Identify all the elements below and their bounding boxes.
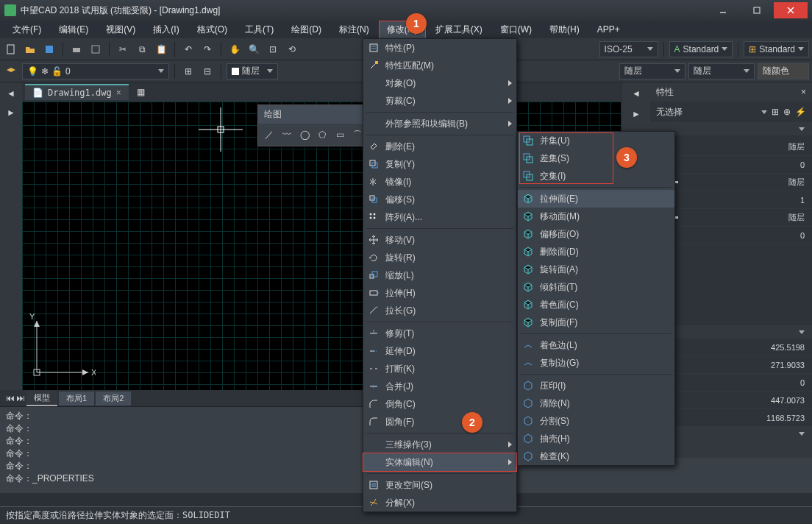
menu-item[interactable]: 移动(V) xyxy=(363,231,516,249)
menu-item[interactable]: 复制(Y) xyxy=(363,155,516,173)
redo-icon[interactable]: ↷ xyxy=(199,41,216,57)
zoom-icon[interactable]: 🔍 xyxy=(246,41,262,57)
maximize-button[interactable] xyxy=(740,2,774,18)
menu-item[interactable]: 缩放(L) xyxy=(363,266,516,284)
layer-tools2-icon[interactable]: ⊟ xyxy=(199,63,216,79)
menu-item[interactable]: 差集(S) xyxy=(518,149,674,167)
pan-left-icon[interactable]: ◄ xyxy=(628,85,644,102)
menu-1[interactable]: 编辑(E) xyxy=(51,21,96,39)
layer-tools-icon[interactable]: ⊞ xyxy=(180,63,196,79)
menu-item[interactable]: 着色边(L) xyxy=(518,336,674,354)
layout-tab-2[interactable]: 布局2 xyxy=(96,392,131,406)
new-icon[interactable] xyxy=(3,41,19,57)
tab-arrow-right-icon[interactable]: ⏭ xyxy=(16,393,25,403)
menu-item[interactable]: 三维操作(3) xyxy=(363,436,516,453)
linetype-combo[interactable]: 随层 xyxy=(619,63,685,79)
draw-toolbar[interactable]: 绘图 ／ 〰 ◯ ⬠ ▭ ⌒ xyxy=(257,105,375,146)
menu-item[interactable]: 交集(I) xyxy=(518,167,674,185)
menu-item[interactable]: 偏移(S) xyxy=(363,191,516,208)
dim-style-combo[interactable]: ISO-25 xyxy=(599,41,658,57)
arrow-right-icon[interactable]: ► xyxy=(3,105,19,121)
preview-icon[interactable] xyxy=(88,41,104,57)
text-style-combo[interactable]: AStandard xyxy=(669,41,733,57)
layer-icon[interactable] xyxy=(3,63,19,79)
close-button[interactable] xyxy=(774,2,808,18)
menu-item[interactable]: 检查(K) xyxy=(518,447,674,465)
menu-item[interactable]: 阵列(A)... xyxy=(363,208,516,226)
selection-combo[interactable]: 无选择 xyxy=(656,106,757,118)
zoom-prev-icon[interactable]: ⟲ xyxy=(284,41,300,57)
circle-icon[interactable]: ◯ xyxy=(296,127,313,143)
menu-item[interactable]: 合并(J) xyxy=(363,378,516,395)
menu-item[interactable]: 延伸(D) xyxy=(363,342,516,360)
lineweight-combo[interactable]: 随层 xyxy=(688,63,755,79)
line-icon[interactable]: ／ xyxy=(261,127,277,143)
menu-item[interactable]: 对象(O) xyxy=(363,74,516,92)
menu-item[interactable]: 圆角(F) xyxy=(363,413,516,431)
menu-item[interactable]: 剪裁(C) xyxy=(363,92,516,110)
menu-2[interactable]: 视图(V) xyxy=(98,21,143,39)
menu-item[interactable]: 修剪(T) xyxy=(363,325,516,342)
menu-item[interactable]: 倾斜面(T) xyxy=(518,278,674,296)
menu-item[interactable]: 偏移面(O) xyxy=(518,225,674,243)
quickselect-icon[interactable]: ⊞ xyxy=(772,107,779,117)
lightning-icon[interactable]: ⚡ xyxy=(795,107,806,117)
tab-arrow-left-icon[interactable]: ⏮ xyxy=(6,393,15,403)
menu-12[interactable]: APP+ xyxy=(589,21,628,38)
pan-right-icon[interactable]: ► xyxy=(628,106,644,122)
menu-item[interactable]: 拉伸面(E) xyxy=(518,190,674,208)
menu-item[interactable]: 打断(K) xyxy=(363,360,516,378)
polyline-icon[interactable]: 〰 xyxy=(279,127,295,143)
minimize-button[interactable] xyxy=(706,2,740,18)
pan-icon[interactable]: ✋ xyxy=(227,41,243,57)
zoom-window-icon[interactable]: ⊡ xyxy=(265,41,281,57)
menu-item[interactable]: 复制边(G) xyxy=(518,354,674,372)
menu-item[interactable]: 删除(E) xyxy=(363,138,516,155)
draw-toolbar-title[interactable]: 绘图 xyxy=(258,105,374,124)
menu-item[interactable]: 分割(S) xyxy=(518,412,674,430)
close-tab-icon[interactable]: × xyxy=(116,88,121,98)
print-icon[interactable] xyxy=(68,41,85,57)
plotstyle-combo[interactable]: 随颜色 xyxy=(758,63,809,79)
menu-item[interactable]: 旋转面(A) xyxy=(518,261,674,278)
pickadd-icon[interactable]: ⊕ xyxy=(783,107,791,117)
color-combo[interactable]: 随层 xyxy=(227,63,278,79)
layer-combo[interactable]: 💡❄🔓0 xyxy=(22,63,169,79)
layout-tab-0[interactable]: 模型 xyxy=(26,391,57,406)
menu-item[interactable]: 倒角(C) xyxy=(363,395,516,413)
menu-5[interactable]: 工具(T) xyxy=(237,21,282,39)
menu-3[interactable]: 插入(I) xyxy=(145,21,187,39)
cut-icon[interactable]: ✂ xyxy=(115,41,131,57)
menu-item[interactable]: 清除(N) xyxy=(518,394,674,412)
menu-item[interactable]: 特性匹配(M) xyxy=(363,57,516,74)
menu-item[interactable]: 分解(X) xyxy=(363,494,516,511)
menu-item[interactable]: 更改空间(S) xyxy=(363,476,516,494)
paste-icon[interactable]: 📋 xyxy=(153,41,169,57)
panel-close-icon[interactable]: × xyxy=(801,87,806,97)
table-style-combo[interactable]: ⊞Standard xyxy=(744,41,809,57)
menu-item[interactable]: 复制面(F) xyxy=(518,314,674,331)
menu-7[interactable]: 标注(N) xyxy=(331,21,377,39)
rect-icon[interactable]: ▭ xyxy=(332,127,348,143)
undo-icon[interactable]: ↶ xyxy=(180,41,196,57)
menu-10[interactable]: 窗口(W) xyxy=(492,21,540,39)
menu-0[interactable]: 文件(F) xyxy=(4,21,49,39)
arrow-left-icon[interactable]: ◄ xyxy=(3,85,19,102)
menu-item[interactable]: 特性(P) xyxy=(363,39,516,57)
menu-item[interactable]: 删除面(D) xyxy=(518,243,674,261)
menu-item[interactable]: 外部参照和块编辑(B) xyxy=(363,115,516,132)
save-icon[interactable] xyxy=(41,41,57,57)
menu-item[interactable]: 抽壳(H) xyxy=(518,430,674,447)
chevron-down-icon[interactable] xyxy=(761,110,767,114)
menu-item[interactable]: 实体编辑(N) xyxy=(363,453,516,471)
menu-item[interactable]: 镜像(I) xyxy=(363,173,516,191)
copy-icon[interactable]: ⧉ xyxy=(134,41,150,57)
open-icon[interactable] xyxy=(22,41,38,57)
menu-item[interactable]: 移动面(M) xyxy=(518,208,674,225)
menu-item[interactable]: 拉长(G) xyxy=(363,302,516,319)
menu-6[interactable]: 绘图(D) xyxy=(283,21,330,39)
layout-tab-1[interactable]: 布局1 xyxy=(59,392,94,406)
new-tab-icon[interactable]: ▦ xyxy=(133,84,149,100)
menu-item[interactable]: 拉伸(H) xyxy=(363,284,516,302)
menu-item[interactable]: 压印(I) xyxy=(518,377,674,394)
